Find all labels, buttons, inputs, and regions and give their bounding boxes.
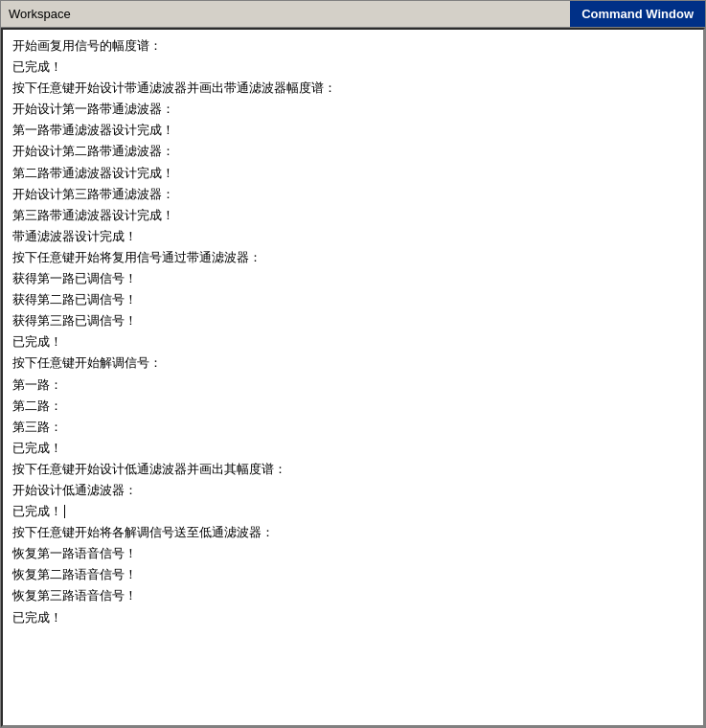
log-line: 已完成！ <box>12 57 694 78</box>
log-line: 按下任意键开始将各解调信号送至低通滤波器： <box>12 522 694 543</box>
log-line: 获得第三路已调信号！ <box>12 310 694 331</box>
title-bar: Workspace Command Window <box>1 1 705 28</box>
log-line: 开始设计第一路带通滤波器： <box>12 99 694 120</box>
log-line: 已完成！ <box>12 607 694 628</box>
log-line: 第一路带通滤波器设计完成！ <box>12 120 694 141</box>
main-window: Workspace Command Window 开始画复用信号的幅度谱：已完成… <box>0 0 706 728</box>
log-line: 获得第一路已调信号！ <box>12 268 694 289</box>
log-line: 已完成！ <box>12 331 694 353</box>
log-line: 已完成！ <box>12 438 694 459</box>
log-line: 开始设计第三路带通滤波器： <box>12 184 694 205</box>
log-line: 已完成！ <box>12 501 694 522</box>
log-line: 开始画复用信号的幅度谱： <box>12 35 694 57</box>
log-output-area[interactable]: 开始画复用信号的幅度谱：已完成！按下任意键开始设计带通滤波器并画出带通滤波器幅度… <box>1 28 705 727</box>
log-line: 开始设计低通滤波器： <box>12 480 694 501</box>
log-line: 按下任意键开始将复用信号通过带通滤波器： <box>12 247 694 268</box>
log-line: 第一路： <box>12 375 694 396</box>
log-line: 按下任意键开始设计低通滤波器并画出其幅度谱： <box>12 459 694 480</box>
log-line: 按下任意键开始设计带通滤波器并画出带通滤波器幅度谱： <box>12 78 694 99</box>
log-line: 开始设计第二路带通滤波器： <box>12 141 694 162</box>
log-line: 按下任意键开始解调信号： <box>12 353 694 374</box>
log-line: 带通滤波器设计完成！ <box>12 226 694 247</box>
log-line: 恢复第一路语音信号！ <box>12 543 694 564</box>
log-line: 第三路带通滤波器设计完成！ <box>12 205 694 226</box>
command-window-label: Command Window <box>570 1 705 27</box>
workspace-label: Workspace <box>1 7 79 21</box>
text-cursor <box>64 505 65 518</box>
log-line: 第三路： <box>12 417 694 438</box>
log-line: 第二路： <box>12 396 694 417</box>
log-line: 恢复第二路语音信号！ <box>12 564 694 585</box>
log-line: 第二路带通滤波器设计完成！ <box>12 163 694 184</box>
log-line: 获得第二路已调信号！ <box>12 289 694 310</box>
log-line: 恢复第三路语音信号！ <box>12 585 694 606</box>
